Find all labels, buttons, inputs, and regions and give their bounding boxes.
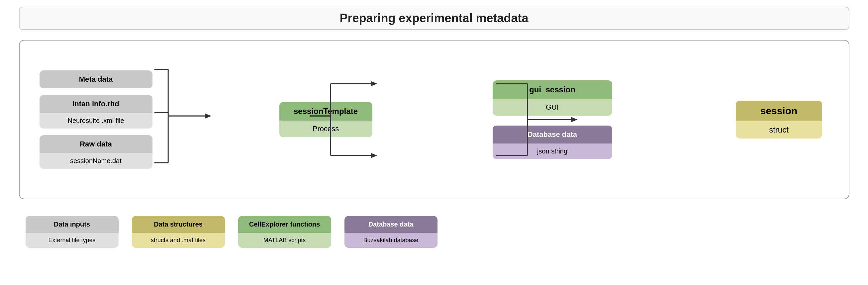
legend-cellexplorer-bottom: MATLAB scripts (238, 233, 331, 248)
legend-item-data-inputs: Data inputs External file types (26, 216, 119, 248)
title-box: Preparing experimental metadata (19, 7, 849, 30)
legend-database-bottom: Buzsakilab database (344, 233, 437, 248)
meta-data-box: Meta data (39, 70, 153, 88)
session-template-box: sessionTemplate Process (279, 102, 372, 137)
session-template-bottom: Process (279, 121, 372, 137)
raw-data-box: Raw data sessionName.dat (39, 135, 153, 169)
svg-marker-9 (371, 81, 377, 86)
session-top: session (736, 101, 822, 121)
legend-database-top: Database data (344, 216, 437, 233)
gui-session-box: gui_session GUI (493, 81, 612, 116)
database-data-diagram-box: Database data json string (493, 126, 612, 159)
intan-info-box: Intan info.rhd Neurosuite .xml file (39, 95, 153, 129)
legend: Data inputs External file types Data str… (19, 213, 849, 251)
database-data-bottom: json string (493, 144, 612, 159)
gui-session-bottom: GUI (493, 99, 612, 116)
legend-cellexplorer-top: CellExplorer functions (238, 216, 331, 233)
far-right-column: session struct (736, 101, 829, 138)
raw-data-top: Raw data (39, 135, 153, 153)
intan-bottom: Neurosuite .xml file (39, 113, 153, 129)
legend-item-database: Database data Buzsakilab database (344, 216, 437, 248)
legend-data-structures-bottom: structs and .mat files (132, 233, 225, 248)
diagram-area: Meta data Intan info.rhd Neurosuite .xml… (19, 40, 849, 199)
gui-session-top: gui_session (493, 81, 612, 99)
svg-marker-13 (371, 153, 377, 158)
legend-data-inputs-top: Data inputs (26, 216, 119, 233)
page-title: Preparing experimental metadata (33, 11, 835, 25)
main-container: Preparing experimental metadata (19, 7, 849, 251)
svg-marker-5 (205, 114, 211, 119)
legend-item-data-structures: Data structures structs and .mat files (132, 216, 225, 248)
raw-data-bottom: sessionName.dat (39, 153, 153, 169)
legend-data-structures-top: Data structures (132, 216, 225, 233)
session-template-top: sessionTemplate (279, 102, 372, 121)
left-column: Meta data Intan info.rhd Neurosuite .xml… (39, 70, 153, 169)
meta-data-top: Meta data (39, 70, 153, 88)
intan-top: Intan info.rhd (39, 95, 153, 113)
legend-item-cellexplorer: CellExplorer functions MATLAB scripts (238, 216, 331, 248)
right-middle-column: gui_session GUI Database data json strin… (493, 81, 612, 159)
middle-column: sessionTemplate Process (276, 102, 376, 137)
database-data-top: Database data (493, 126, 612, 144)
legend-data-inputs-bottom: External file types (26, 233, 119, 248)
session-box: session struct (736, 101, 822, 138)
session-bottom: struct (736, 121, 822, 138)
